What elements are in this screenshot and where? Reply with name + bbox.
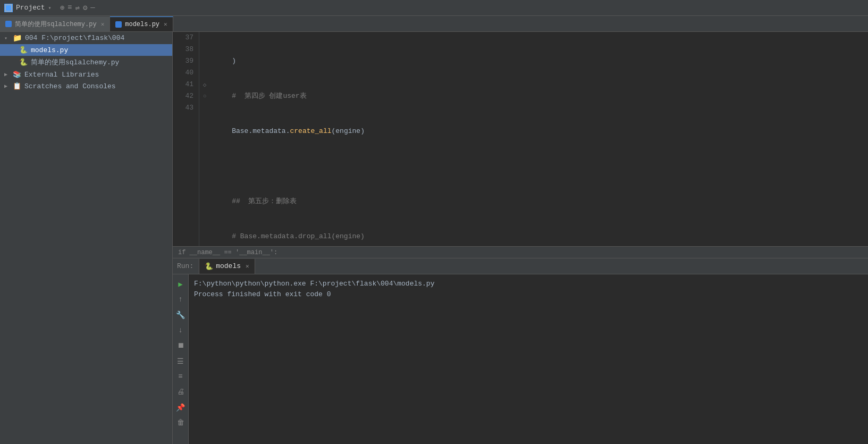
lib-icon: 📚 <box>13 70 21 79</box>
gutter-mark-40 <box>199 67 210 79</box>
py-file-icon: 🐍 <box>19 46 28 54</box>
scroll-down-button[interactable]: ↓ <box>174 323 188 337</box>
sidebar-item-ext-libs[interactable]: ▶ 📚 External Libraries <box>0 69 172 80</box>
code-line-37: ) <box>215 55 863 67</box>
code-content[interactable]: ) # 第四步 创建user表 Base.metadata.create_all… <box>210 32 868 246</box>
title-bar-action-minimize[interactable]: — <box>90 3 95 12</box>
title-bar-action-settings[interactable]: ⚙ <box>83 3 87 12</box>
code-editor[interactable]: 37 38 39 40 41 42 43 ◇ ○ ) <box>173 32 868 246</box>
gutter-mark-42: ○ <box>199 90 210 102</box>
green-file-icon: 🐍 <box>19 58 28 66</box>
run-label: Run: <box>177 262 193 270</box>
chevron-down-icon: ▾ <box>4 35 10 41</box>
gutter-mark-37 <box>199 32 210 44</box>
list2-button[interactable]: ≡ <box>174 370 188 383</box>
title-bar-action-split[interactable]: ⇌ <box>75 3 79 12</box>
run-panel-tabs: Run: 🐍 models ✕ <box>173 258 868 274</box>
run-console: F:\python\python\python.exe F:\project\f… <box>189 274 868 444</box>
run-toolbar: ▶ ↑ 🔧 ↓ ⏹ ☰ ≡ 🖨 📌 🗑 <box>173 274 189 444</box>
gutter-mark-39 <box>199 55 210 67</box>
title-bar-project-label: Project <box>16 4 45 12</box>
svg-rect-1 <box>6 6 9 8</box>
sidebar-item-label-scratches: Scratches and Consoles <box>24 82 116 90</box>
run-button[interactable]: ▶ <box>174 277 188 291</box>
editor-status-bar: if __name__ == '__main__': <box>173 246 868 258</box>
code-line-41: ## 第五步：删除表 <box>215 196 863 207</box>
sidebar-item-label-ext-libs: External Libraries <box>24 71 99 79</box>
tab-models[interactable]: models.py ✕ <box>110 16 173 31</box>
print-button[interactable]: 🖨 <box>174 385 188 399</box>
tabs-bar: 简单的使用sqlalchemy.py ✕ models.py ✕ <box>0 16 868 32</box>
main-area: ▾ 📁 004 F:\project\flask\004 🐍 models.py… <box>0 32 868 444</box>
title-bar-action-list[interactable]: ≡ <box>68 3 72 12</box>
run-tab-label: models <box>216 262 241 270</box>
sidebar-item-label-sqlalchemy: 简单的使用sqlalchemy.py <box>31 57 119 67</box>
console-line-cmd: F:\python\python\python.exe F:\project\f… <box>194 279 863 289</box>
sidebar-item-label-root: 004 F:\project\flask\004 <box>25 34 124 42</box>
editor-area: 37 38 39 40 41 42 43 ◇ ○ ) <box>173 32 868 444</box>
sidebar-item-models-py[interactable]: 🐍 models.py <box>0 44 172 56</box>
chevron-right-icon-2: ▶ <box>4 83 10 89</box>
code-line-39: Base.metadata.create_all(engine) <box>215 125 863 137</box>
run-panel: Run: 🐍 models ✕ ▶ ↑ 🔧 ↓ ⏹ ☰ ≡ <box>173 258 868 444</box>
tab-label-models: models.py <box>125 21 159 28</box>
settings-button[interactable]: 🔧 <box>174 308 188 322</box>
sidebar-item-scratches[interactable]: ▶ 📋 Scratches and Consoles <box>0 80 172 92</box>
project-icon <box>4 4 13 12</box>
tab-icon-sqlalchemy <box>5 21 12 27</box>
tab-icon-models <box>115 21 122 28</box>
editor-gutter: ◇ ○ <box>199 32 210 246</box>
code-line-40 <box>215 161 863 172</box>
pin-button[interactable]: 📌 <box>174 400 188 414</box>
title-bar-chevron-icon[interactable]: ▾ <box>48 5 52 11</box>
chevron-right-icon: ▶ <box>4 71 10 78</box>
tab-close-sqlalchemy[interactable]: ✕ <box>101 21 105 28</box>
scratch-icon: 📋 <box>13 82 21 90</box>
title-bar-actions: ⊕ ≡ ⇌ ⚙ — <box>60 3 95 12</box>
sidebar-item-sqlalchemy-py[interactable]: 🐍 简单的使用sqlalchemy.py <box>0 56 172 69</box>
run-panel-content: ▶ ↑ 🔧 ↓ ⏹ ☰ ≡ 🖨 📌 🗑 F:\python\python\pyt… <box>173 274 868 444</box>
delete-button[interactable]: 🗑 <box>174 416 188 430</box>
title-bar-left: Project ▾ <box>4 4 52 12</box>
sidebar: ▾ 📁 004 F:\project\flask\004 🐍 models.py… <box>0 32 173 444</box>
run-tab-models[interactable]: 🐍 models ✕ <box>199 259 255 274</box>
gutter-mark-41: ◇ <box>199 79 210 90</box>
sidebar-item-project-root[interactable]: ▾ 📁 004 F:\project\flask\004 <box>0 32 172 44</box>
tab-label-sqlalchemy: 简单的使用sqlalchemy.py <box>15 20 97 29</box>
run-tab-close[interactable]: ✕ <box>246 263 249 270</box>
gutter-mark-38 <box>199 44 210 55</box>
code-line-42: # Base.metadata.drop_all(engine) <box>215 231 863 242</box>
code-line-38: # 第四步 创建user表 <box>215 90 863 102</box>
line-numbers: 37 38 39 40 41 42 43 <box>173 32 199 246</box>
folder-icon: 📁 <box>13 33 22 43</box>
sidebar-item-label-models: models.py <box>31 46 68 54</box>
editor-status-text: if __name__ == '__main__': <box>178 249 277 256</box>
stop-button[interactable]: ⏹ <box>174 339 188 353</box>
gutter-mark-43 <box>199 102 210 114</box>
run-tab-icon: 🐍 <box>205 262 213 271</box>
list-button[interactable]: ☰ <box>174 354 188 368</box>
title-bar-action-add[interactable]: ⊕ <box>60 3 64 12</box>
tab-close-models[interactable]: ✕ <box>164 21 167 28</box>
console-line-result: Process finished with exit code 0 <box>194 289 863 300</box>
scroll-up-button[interactable]: ↑ <box>174 292 188 306</box>
tab-sqlalchemy[interactable]: 简单的使用sqlalchemy.py ✕ <box>0 16 110 31</box>
title-bar: Project ▾ ⊕ ≡ ⇌ ⚙ — <box>0 0 868 16</box>
